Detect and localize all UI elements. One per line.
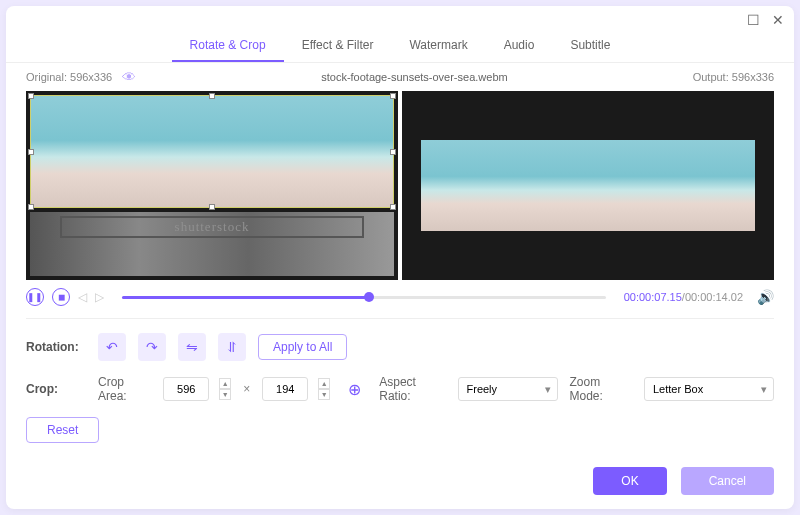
tab-bar: Rotate & Crop Effect & Filter Watermark … bbox=[6, 30, 794, 63]
editor-window: ☐ ✕ Rotate & Crop Effect & Filter Waterm… bbox=[6, 6, 794, 509]
crop-handle-ml[interactable] bbox=[28, 149, 34, 155]
seek-slider[interactable] bbox=[122, 296, 606, 299]
prev-frame-icon[interactable]: ◁ bbox=[78, 290, 87, 304]
output-frame bbox=[421, 140, 756, 231]
original-size-label: Original: 596x336 bbox=[26, 71, 112, 83]
output-size-label: Output: 596x336 bbox=[693, 71, 774, 83]
seek-fill bbox=[122, 296, 369, 299]
pause-button[interactable]: ❚❚ bbox=[26, 288, 44, 306]
rotation-row: Rotation: ↶ ↷ ⇋ ⥯ Apply to All bbox=[26, 333, 774, 361]
cancel-button[interactable]: Cancel bbox=[681, 467, 774, 495]
tab-subtitle[interactable]: Subtitle bbox=[552, 30, 628, 62]
source-preview[interactable]: shutterstock bbox=[26, 91, 398, 280]
tab-rotate-crop[interactable]: Rotate & Crop bbox=[172, 30, 284, 62]
crop-handle-br[interactable] bbox=[390, 204, 396, 210]
rotation-label: Rotation: bbox=[26, 340, 86, 354]
footer: OK Cancel bbox=[6, 453, 794, 509]
zoom-mode-label: Zoom Mode: bbox=[570, 375, 633, 403]
reset-row: Reset bbox=[26, 417, 774, 443]
crop-handle-tc[interactable] bbox=[209, 93, 215, 99]
watermark-highlight: shutterstock bbox=[60, 216, 364, 238]
center-crop-icon[interactable]: ⊕ bbox=[348, 380, 361, 399]
tab-watermark[interactable]: Watermark bbox=[391, 30, 485, 62]
aspect-ratio-select[interactable]: Freely bbox=[458, 377, 558, 401]
reset-button[interactable]: Reset bbox=[26, 417, 99, 443]
crop-width-input[interactable] bbox=[163, 377, 209, 401]
playback-controls: ❚❚ ◼ ◁ ▷ 00:00:07.15/00:00:14.02 🔊 bbox=[6, 280, 794, 314]
seek-thumb[interactable] bbox=[364, 292, 374, 302]
aspect-ratio-label: Aspect Ratio: bbox=[379, 375, 445, 403]
crop-label: Crop: bbox=[26, 382, 86, 396]
volume-icon[interactable]: 🔊 bbox=[757, 289, 774, 305]
crop-width-spinner[interactable]: ▲▼ bbox=[219, 378, 231, 400]
tab-effect-filter[interactable]: Effect & Filter bbox=[284, 30, 392, 62]
flip-vertical-button[interactable]: ⥯ bbox=[218, 333, 246, 361]
divider bbox=[26, 318, 774, 319]
filename-label: stock-footage-sunsets-over-sea.webm bbox=[136, 71, 692, 83]
flip-horizontal-button[interactable]: ⇋ bbox=[178, 333, 206, 361]
output-preview bbox=[402, 91, 774, 280]
crop-handle-mr[interactable] bbox=[390, 149, 396, 155]
crop-handle-bc[interactable] bbox=[209, 204, 215, 210]
info-row: Original: 596x336 👁 stock-footage-sunset… bbox=[6, 63, 794, 91]
crop-height-input[interactable] bbox=[262, 377, 308, 401]
rotate-right-button[interactable]: ↷ bbox=[138, 333, 166, 361]
close-icon[interactable]: ✕ bbox=[772, 12, 784, 28]
tab-audio[interactable]: Audio bbox=[486, 30, 553, 62]
next-frame-icon[interactable]: ▷ bbox=[95, 290, 104, 304]
crop-row: Crop: Crop Area: ▲▼ × ▲▼ ⊕ Aspect Ratio:… bbox=[26, 375, 774, 403]
crop-handle-bl[interactable] bbox=[28, 204, 34, 210]
cropped-out-area: shutterstock bbox=[30, 212, 394, 276]
apply-to-all-button[interactable]: Apply to All bbox=[258, 334, 347, 360]
preview-area: shutterstock bbox=[6, 91, 794, 280]
stop-button[interactable]: ◼ bbox=[52, 288, 70, 306]
preview-eye-icon[interactable]: 👁 bbox=[122, 69, 136, 85]
crop-handle-tl[interactable] bbox=[28, 93, 34, 99]
dimension-x: × bbox=[243, 382, 250, 396]
video-frame bbox=[31, 96, 393, 207]
crop-area-label: Crop Area: bbox=[98, 375, 151, 403]
crop-handle-tr[interactable] bbox=[390, 93, 396, 99]
ok-button[interactable]: OK bbox=[593, 467, 666, 495]
time-display: 00:00:07.15/00:00:14.02 bbox=[624, 291, 743, 303]
crop-box[interactable] bbox=[30, 95, 394, 208]
crop-height-spinner[interactable]: ▲▼ bbox=[318, 378, 330, 400]
zoom-mode-select[interactable]: Letter Box bbox=[644, 377, 774, 401]
rotate-left-button[interactable]: ↶ bbox=[98, 333, 126, 361]
settings-area: Rotation: ↶ ↷ ⇋ ⥯ Apply to All Crop: Cro… bbox=[6, 323, 794, 453]
maximize-icon[interactable]: ☐ bbox=[747, 12, 760, 28]
